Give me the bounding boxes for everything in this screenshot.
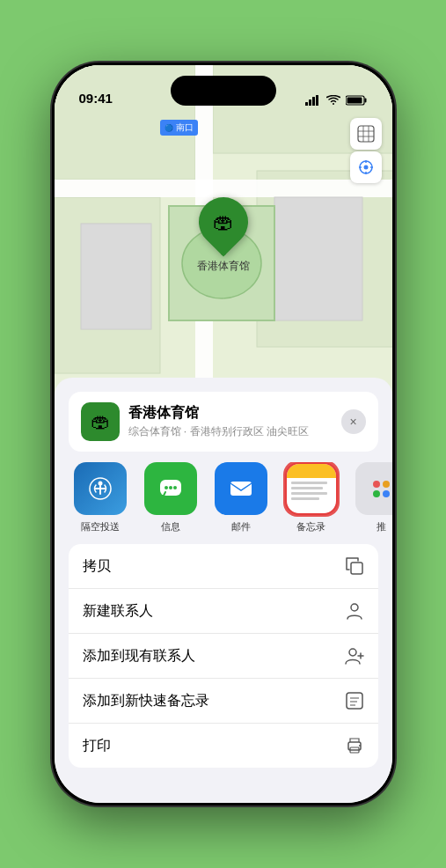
location-name: 香港体育馆	[128, 404, 333, 423]
wifi-icon	[326, 95, 340, 106]
message-icon	[157, 474, 185, 503]
svg-rect-31	[230, 482, 252, 496]
svg-point-43	[359, 745, 361, 747]
svg-point-33	[351, 604, 358, 611]
dynamic-island	[171, 76, 276, 106]
share-notes[interactable]: 备忘录	[276, 462, 347, 533]
stadium-pin: 🏟 香港体育馆	[197, 197, 250, 274]
mail-icon-wrap	[215, 462, 267, 515]
bottom-spacer	[55, 768, 392, 803]
person-icon	[345, 601, 364, 621]
svg-rect-18	[358, 126, 374, 142]
share-mail[interactable]: 邮件	[206, 462, 276, 533]
signal-icon	[305, 95, 321, 106]
bottom-sheet: 🏟 香港体育馆 综合体育馆 · 香港特别行政区 油尖旺区 ×	[55, 378, 392, 803]
svg-point-30	[173, 486, 177, 489]
share-airdrop[interactable]: 隔空投送	[65, 462, 135, 533]
more-label: 推	[377, 520, 386, 533]
notes-icon-wrap	[285, 462, 338, 515]
map-label: 🔵 南口	[160, 120, 198, 136]
phone-frame: 09:41	[52, 63, 395, 805]
share-message[interactable]: 信息	[135, 462, 206, 533]
copy-icon	[345, 556, 364, 576]
share-row: 隔空投送 信息	[55, 462, 392, 544]
action-quick-note[interactable]: 添加到新快速备忘录	[69, 679, 378, 724]
action-add-existing-label: 添加到现有联系人	[83, 647, 195, 666]
svg-point-29	[169, 486, 172, 489]
action-quick-note-label: 添加到新快速备忘录	[83, 692, 209, 710]
quick-note-icon	[345, 691, 364, 710]
map-controls	[350, 118, 382, 183]
airdrop-icon	[86, 474, 114, 503]
svg-rect-6	[347, 98, 362, 104]
svg-rect-1	[309, 99, 311, 106]
location-icon	[358, 159, 374, 175]
location-venue-icon: 🏟	[81, 402, 120, 441]
status-icons	[305, 95, 368, 106]
svg-rect-37	[347, 693, 362, 709]
svg-rect-5	[364, 99, 366, 103]
svg-point-26	[98, 482, 102, 486]
svg-point-34	[349, 649, 356, 656]
airdrop-icon-wrap	[74, 462, 127, 515]
location-info: 香港体育馆 综合体育馆 · 香港特别行政区 油尖旺区	[128, 404, 333, 439]
mail-label: 邮件	[231, 520, 251, 533]
action-copy[interactable]: 拷贝	[69, 544, 378, 589]
print-icon	[345, 736, 364, 755]
action-print[interactable]: 打印	[69, 724, 378, 768]
message-icon-wrap	[144, 462, 197, 515]
pin-circle: 🏟	[188, 187, 258, 256]
mail-icon	[227, 474, 255, 503]
status-time: 09:41	[79, 91, 113, 106]
person-add-icon	[345, 646, 364, 666]
action-new-contact-label: 新建联系人	[83, 602, 153, 621]
location-description: 综合体育馆 · 香港特别行政区 油尖旺区	[128, 424, 333, 439]
svg-rect-14	[81, 224, 151, 329]
notes-label: 备忘录	[296, 520, 325, 533]
location-button[interactable]	[350, 151, 382, 183]
stadium-icon: 🏟	[213, 210, 234, 234]
phone-inner: 09:41	[55, 65, 392, 803]
action-copy-label: 拷贝	[83, 557, 111, 576]
action-print-label: 打印	[83, 737, 111, 755]
action-list: 拷贝 新建联系人 添加到现有联系人	[69, 544, 378, 768]
pin-label: 香港体育馆	[197, 259, 250, 274]
svg-rect-2	[312, 97, 315, 106]
action-add-existing[interactable]: 添加到现有联系人	[69, 634, 378, 679]
svg-point-28	[165, 486, 168, 489]
svg-rect-15	[274, 197, 362, 320]
map-type-button[interactable]	[350, 118, 382, 150]
map-type-icon	[357, 125, 375, 143]
more-icon-wrap	[355, 462, 392, 515]
svg-rect-13	[55, 180, 392, 197]
svg-point-20	[363, 166, 368, 170]
location-card: 🏟 香港体育馆 综合体育馆 · 香港特别行政区 油尖旺区 ×	[69, 392, 378, 452]
airdrop-label: 隔空投送	[81, 520, 120, 533]
message-label: 信息	[161, 520, 180, 533]
battery-icon	[346, 95, 368, 106]
svg-rect-0	[305, 102, 308, 106]
share-more[interactable]: 推	[347, 462, 392, 533]
action-new-contact[interactable]: 新建联系人	[69, 589, 378, 634]
svg-rect-32	[351, 563, 362, 574]
svg-rect-3	[316, 95, 318, 106]
close-button[interactable]: ×	[341, 409, 366, 434]
